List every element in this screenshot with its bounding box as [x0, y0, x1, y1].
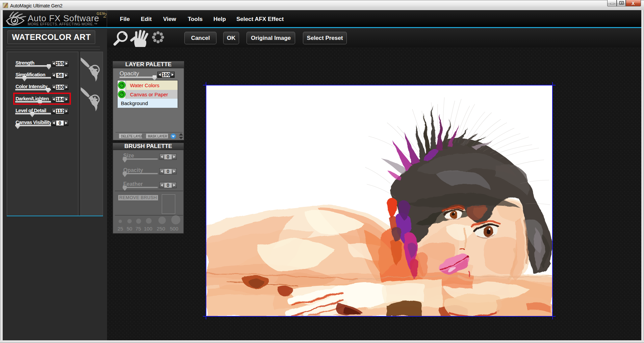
svg-text:MORE EFFECTS. AFFECTING MORE.™: MORE EFFECTS. AFFECTING MORE.™	[28, 22, 98, 26]
svg-text:2: 2	[103, 12, 107, 19]
